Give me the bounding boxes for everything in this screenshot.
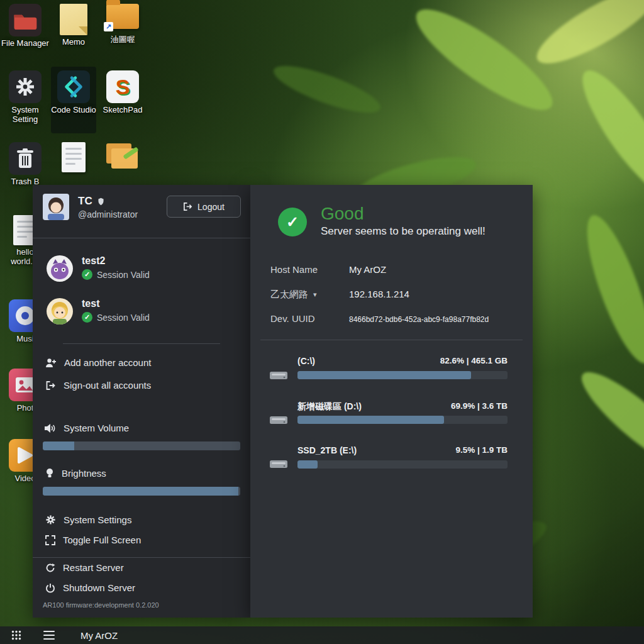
- user-name: TC: [78, 195, 92, 208]
- avatar: [47, 255, 73, 282]
- memo-icon: [60, 4, 87, 35]
- taskbar: My ArOZ: [0, 626, 644, 644]
- ip-address-value: 192.168.1.214: [349, 289, 409, 299]
- status-title: Good: [321, 204, 364, 224]
- chevron-down-icon: ▾: [313, 291, 317, 299]
- disk-usage: 9.5% | 1.9 TB: [455, 445, 508, 455]
- hostname-label: Host Name: [270, 264, 318, 275]
- fullscreen-icon: [45, 535, 55, 545]
- disk-usage: 82.6% | 465.1 GB: [440, 356, 508, 365]
- account-name: test2: [82, 255, 105, 267]
- code-studio-icon: [57, 70, 90, 103]
- desktop-icon-folder-edit[interactable]: [99, 142, 147, 171]
- session-status: Session Valid: [97, 313, 150, 323]
- gear-icon: [9, 70, 42, 103]
- icon-label: 油圖喔: [99, 35, 147, 45]
- hostname-value: My ArOZ: [349, 264, 386, 275]
- folder-shortcut-icon: ↗: [106, 4, 139, 29]
- taskbar-title: My ArOZ: [80, 630, 118, 641]
- brightness-label: Brightness: [45, 468, 106, 479]
- desktop-icon-system-setting[interactable]: System Setting: [1, 70, 49, 125]
- desktop-icon-code-studio[interactable]: Code Studio: [50, 70, 97, 115]
- trash-icon: [9, 142, 42, 175]
- admin-shield-icon: [97, 197, 105, 206]
- signout-icon: [45, 380, 56, 391]
- drive-icon: [269, 458, 288, 470]
- folder-edit-icon: [106, 142, 139, 171]
- uuid-value: 8466bd72-bdb6-452a-abc9-fa98a77fb82d: [349, 315, 489, 324]
- disk-usage-bar: [297, 416, 508, 424]
- file-manager-icon: [9, 4, 42, 36]
- account-name: test: [82, 298, 99, 309]
- shortcut-arrow-icon: ↗: [104, 22, 113, 31]
- desktop-icon-shortcut-folder[interactable]: ↗ 油圖喔: [99, 0, 147, 45]
- session-status: Session Valid: [97, 270, 150, 280]
- status-ok-icon: ✓: [278, 208, 307, 236]
- network-interface-select[interactable]: 乙太網路 ▾: [270, 289, 317, 301]
- icon-label: File Manager: [1, 39, 49, 48]
- logout-button[interactable]: Logout: [167, 196, 241, 218]
- disk-usage: 69.9% | 3.6 TB: [451, 401, 508, 411]
- power-icon: [45, 583, 55, 593]
- drive-icon: [269, 414, 288, 426]
- disk-usage-bar: [297, 371, 508, 379]
- avatar: [47, 298, 73, 325]
- document-icon: [62, 142, 86, 172]
- icon-label: Memo: [50, 38, 97, 47]
- icon-label: System Setting: [1, 106, 49, 125]
- restart-server-item[interactable]: Restart Server: [45, 562, 124, 573]
- desktop-icon-trash[interactable]: Trash B: [1, 142, 49, 187]
- account-panel: TC @administrator Logout test2 ✓ Session…: [33, 185, 250, 618]
- drive-icon: [269, 369, 288, 381]
- add-account-item[interactable]: Add another account: [45, 357, 151, 368]
- system-settings-item[interactable]: System Settings: [45, 514, 131, 525]
- firmware-version: AR100 firmware:development 0.2.020: [43, 601, 159, 609]
- sketchpad-icon: S: [106, 70, 139, 103]
- icon-label: SketchPad: [99, 106, 147, 115]
- bulb-icon: [45, 468, 54, 479]
- server-status-panel: ✓ Good Server seems to be operating well…: [250, 185, 533, 618]
- uuid-label: Dev. UUID: [270, 313, 315, 324]
- shutdown-server-item[interactable]: Shutdown Server: [45, 582, 135, 593]
- desktop-icon-document[interactable]: [50, 142, 97, 172]
- system-volume-label: System Volume: [44, 423, 129, 433]
- add-user-icon: [45, 358, 57, 368]
- menu-icon[interactable]: [40, 626, 58, 644]
- speaker-icon: [44, 423, 56, 433]
- session-valid-icon: ✓: [82, 269, 92, 280]
- desktop-icon-memo[interactable]: Memo: [50, 4, 97, 47]
- restart-icon: [45, 563, 55, 573]
- brightness-slider[interactable]: [43, 487, 240, 496]
- logout-icon: [183, 202, 192, 211]
- volume-slider[interactable]: [43, 441, 240, 450]
- disk-usage-bar: [297, 460, 508, 469]
- session-valid-icon: ✓: [82, 312, 92, 323]
- signout-all-item[interactable]: Sign-out all accounts: [45, 380, 151, 391]
- toggle-fullscreen-item[interactable]: Toggle Full Screen: [45, 535, 141, 545]
- avatar: [43, 194, 69, 220]
- app-grid-icon[interactable]: [8, 626, 25, 644]
- icon-label: Code Studio: [50, 106, 97, 115]
- desktop-icon-sketchpad[interactable]: S SketchPad: [99, 70, 147, 115]
- status-subtitle: Server seems to be operating well!: [321, 225, 486, 238]
- user-handle: @administrator: [78, 209, 138, 219]
- desktop-icon-file-manager[interactable]: File Manager: [1, 4, 49, 48]
- gear-icon: [45, 514, 56, 525]
